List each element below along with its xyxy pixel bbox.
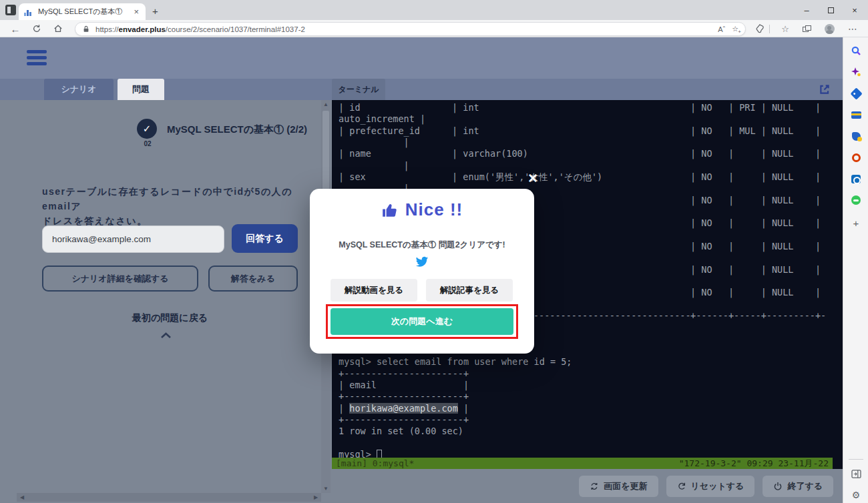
refresh-screen-button[interactable]: 画面を更新 [579,476,658,497]
browser-toolbar: ← https://envader.plus/course/2/scenario… [0,20,868,37]
sidebar-collapse-icon[interactable] [843,464,868,483]
collections-icon [803,25,811,33]
read-article-button[interactable]: 解説記事を見る [426,279,513,302]
tmux-status-bar: [main] 0:mysql* "172-19-3-2" 09:29 23-11… [332,458,833,469]
toolbar-divider [769,25,770,33]
shopping-icon[interactable] [843,84,868,103]
maximize-icon [828,7,834,13]
horizontal-scrollbar[interactable]: ◀ ▶ [17,493,321,502]
menu-button[interactable]: ⋯ [844,20,861,37]
question-text: userテーブルに存在するレコードの中でidが5の人のemailアドレスを答えな… [42,184,308,228]
discover-icon[interactable] [843,63,868,81]
profile-button[interactable] [821,20,838,37]
badge-number: 02 [138,140,158,147]
add-favorite-button[interactable]: ☆ [732,25,738,33]
question-panel: ✓ 02 MySQL SELECTの基本① (2/2) userテーブルに存在す… [0,100,332,503]
read-aloud-button[interactable]: Aˆ [718,25,725,33]
tab-terminal[interactable]: ターミナル [332,79,385,100]
tmux-host-time-label: "172-19-3-2" 09:29 23-11月-22 [679,458,829,470]
back-button[interactable]: ← [7,20,24,37]
outlook-icon[interactable] [843,169,868,188]
modal-close-button[interactable]: × [528,170,537,186]
open-external-button[interactable] [819,83,831,95]
minimize-button[interactable]: – [793,0,820,20]
scenario-detail-button[interactable]: シナリオ詳細を確認する [42,266,198,292]
thumbs-up-icon [381,201,399,219]
browser-titlebar: MySQL SELECTの基本① × + – × [0,0,868,20]
submit-answer-button[interactable]: 回答する [232,224,298,253]
avatar [825,24,835,34]
tab-close-button[interactable]: × [132,7,140,17]
back-to-first-link[interactable]: 最初の問題に戻る [42,312,298,324]
reset-icon [677,482,686,491]
reset-button[interactable]: リセットする [666,476,755,497]
scroll-left-arrow[interactable]: ◀ [18,494,26,500]
refresh-screen-icon [590,482,599,491]
terminal-footer: 画面を更新 リセットする 終了する [332,469,843,503]
home-icon [53,24,63,33]
chevron-up-icon[interactable] [160,330,172,342]
tab-favicon-icon [24,8,33,16]
answer-input[interactable] [42,225,224,253]
modal-message: MySQL SELECTの基本① 問題2クリアです! [310,239,534,251]
twitter-icon[interactable] [415,256,429,270]
scroll-up-arrow[interactable]: ▲ [321,101,331,107]
next-question-button[interactable]: 次の問題へ進む [331,308,513,335]
tmux-session-label: [main] 0:mysql* [336,458,414,468]
address-bar[interactable]: https://envader.plus/course/2/scenario/1… [75,22,746,36]
browser-window: MySQL SELECTの基本① × + – × ← https://envad… [0,0,868,503]
scroll-right-arrow[interactable]: ▶ [312,494,320,500]
add-sidebar-item-button[interactable]: + [843,213,868,232]
sidebar-divider [849,459,863,460]
browser-essentials-icon [755,24,765,33]
collections-button[interactable] [798,20,815,37]
new-tab-button[interactable]: + [152,5,158,17]
modal-title: Nice !! [405,199,463,220]
close-window-button[interactable]: × [841,0,868,20]
settings-gear-icon[interactable]: ⚙ [843,486,868,503]
page-header [0,37,843,79]
exit-button[interactable]: 終了する [763,476,833,497]
hamburger-menu-button[interactable] [27,50,47,66]
refresh-button[interactable] [28,20,45,37]
maximize-button[interactable] [817,0,844,20]
scroll-down-arrow[interactable]: ▼ [321,486,331,492]
url-text: https://envader.plus/course/2/scenario/1… [95,25,711,33]
lock-icon [82,25,90,33]
home-button[interactable] [49,20,67,37]
clear-modal: × Nice !! MySQL SELECTの基本① 問題2クリアです! 解説動… [310,189,534,354]
edge-sidebar: + ⚙ [843,37,868,503]
tab-title: MySQL SELECTの基本① [38,7,132,17]
power-icon [773,482,783,491]
progress-badge: ✓ [137,119,157,139]
watch-video-button[interactable]: 解説動画を見る [331,279,417,302]
search-icon[interactable] [843,41,868,60]
refresh-icon [32,24,41,33]
page-content: シナリオ 問題 ターミナル ✓ 02 MySQL SELECTの基本① (2/2… [0,37,843,503]
browser-tab[interactable]: MySQL SELECTの基本① × [19,3,146,20]
modal-title-row: Nice !! [310,199,534,220]
tab-scenario[interactable]: シナリオ [44,79,114,100]
games-icon[interactable] [843,127,868,145]
external-link-icon [819,83,831,95]
chat-icon[interactable] [843,191,868,209]
favorites-button[interactable]: ☆ [777,20,794,37]
vertical-scroll-thumb[interactable] [322,111,329,191]
office-icon[interactable] [843,148,868,167]
check-icon: ✓ [143,123,152,135]
browser-essentials-button[interactable] [751,20,769,37]
workspaces-icon[interactable] [5,5,16,15]
question-title: MySQL SELECTの基本① (2/2) [167,123,307,136]
toolbox-icon[interactable] [843,105,868,124]
show-answer-button[interactable]: 解答をみる [208,266,298,292]
tab-question[interactable]: 問題 [118,79,164,100]
